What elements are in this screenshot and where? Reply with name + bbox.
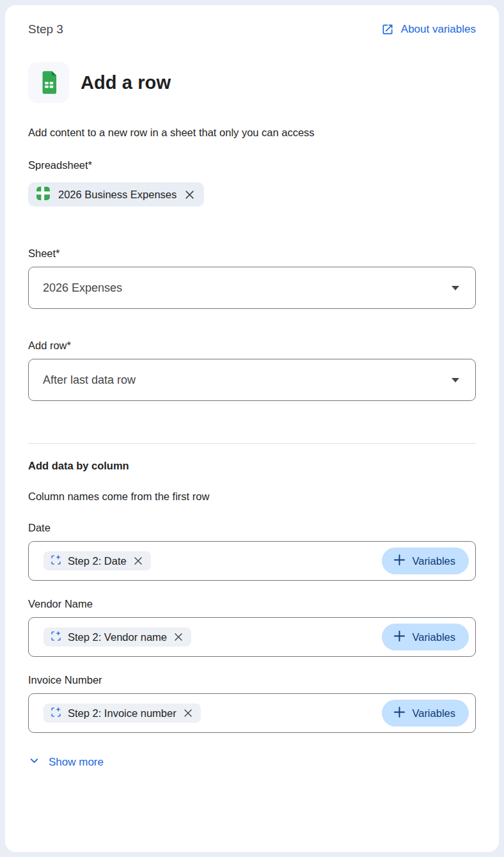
- invoice-number-variable-chip[interactable]: Step 2: Invoice number: [43, 704, 201, 723]
- sheets-app-icon: [28, 62, 69, 103]
- spreadsheet-chip[interactable]: 2026 Business Expenses: [28, 182, 204, 207]
- variable-brackets-sparkle-icon: [50, 554, 62, 569]
- open-in-new-icon: [381, 23, 394, 36]
- variable-brackets-sparkle-icon: [50, 706, 62, 721]
- remove-invoice-number-variable-icon[interactable]: [182, 707, 194, 719]
- show-more-link[interactable]: Show more: [28, 755, 104, 770]
- sheet-select-value: 2026 Expenses: [43, 281, 122, 295]
- action-description: Add content to a new row in a sheet that…: [28, 127, 476, 139]
- about-variables-link[interactable]: About variables: [381, 23, 476, 36]
- plus-icon: [393, 706, 406, 721]
- invoice-number-value-field[interactable]: Step 2: Invoice number Variables: [28, 693, 476, 733]
- variables-button-label: Variables: [412, 707, 455, 719]
- dropdown-caret-icon: [452, 286, 459, 290]
- date-variable-chip-label: Step 2: Date: [68, 555, 127, 567]
- variables-button-label: Variables: [412, 631, 455, 643]
- date-value-field[interactable]: Step 2: Date Variables: [28, 541, 476, 581]
- chevron-down-icon: [28, 755, 40, 770]
- action-title-row: Add a row: [28, 62, 476, 103]
- add-row-label: Add row*: [28, 340, 476, 352]
- invoice-number-column-label: Invoice Number: [28, 674, 476, 686]
- variables-button-label: Variables: [412, 555, 455, 567]
- spreadsheet-chip-label: 2026 Business Expenses: [58, 189, 177, 201]
- spreadsheet-label: Spreadsheet*: [28, 159, 476, 171]
- card-header: Step 3 About variables: [28, 5, 476, 36]
- action-title: Add a row: [81, 72, 171, 93]
- google-sheets-mini-icon: [35, 185, 51, 204]
- remove-vendor-name-variable-icon[interactable]: [173, 631, 184, 643]
- vendor-name-variable-chip[interactable]: Step 2: Vendor name: [43, 627, 191, 647]
- columns-section-subtitle: Column names come from the first row: [28, 491, 476, 503]
- add-row-select-value: After last data row: [43, 373, 136, 387]
- invoice-number-variables-button[interactable]: Variables: [382, 700, 469, 727]
- show-more-label: Show more: [49, 756, 104, 769]
- vendor-name-variables-button[interactable]: Variables: [382, 624, 469, 650]
- sheet-label: Sheet*: [28, 248, 476, 260]
- vendor-name-variable-chip-label: Step 2: Vendor name: [68, 631, 167, 643]
- section-divider: [28, 443, 476, 444]
- columns-section-title: Add data by column: [28, 460, 476, 472]
- vendor-name-value-field[interactable]: Step 2: Vendor name Variables: [28, 617, 476, 657]
- plus-icon: [393, 554, 406, 569]
- invoice-number-variable-chip-label: Step 2: Invoice number: [68, 707, 177, 719]
- dropdown-caret-icon: [452, 378, 459, 382]
- date-variables-button[interactable]: Variables: [382, 547, 469, 574]
- remove-spreadsheet-icon[interactable]: [184, 189, 196, 201]
- date-variable-chip[interactable]: Step 2: Date: [43, 551, 151, 570]
- about-variables-label: About variables: [401, 23, 476, 36]
- add-row-select[interactable]: After last data row: [28, 359, 476, 401]
- sheet-select[interactable]: 2026 Expenses: [28, 267, 476, 309]
- step-label: Step 3: [28, 22, 63, 36]
- variable-brackets-sparkle-icon: [50, 630, 62, 645]
- plus-icon: [393, 630, 406, 645]
- date-column-label: Date: [28, 522, 476, 534]
- step-card: Step 3 About variables Add a row Add con: [5, 5, 499, 852]
- vendor-name-column-label: Vendor Name: [28, 598, 476, 610]
- remove-date-variable-icon[interactable]: [132, 555, 144, 567]
